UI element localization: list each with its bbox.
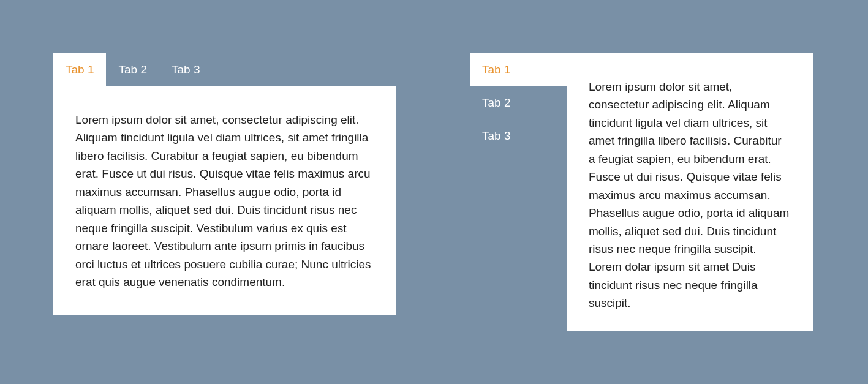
tab-1[interactable]: Tab 1 [53,53,106,86]
horizontal-tabs-widget: Tab 1 Tab 2 Tab 3 Lorem ipsum dolor sit … [53,53,396,331]
vertical-tab-panel: Lorem ipsum dolor sit amet, consectetur … [567,53,813,331]
horizontal-tab-panel: Lorem ipsum dolor sit amet, consectetur … [53,86,396,315]
vertical-tab-list: Tab 1 Tab 2 Tab 3 [470,53,567,331]
vertical-tabs-widget: Tab 1 Tab 2 Tab 3 Lorem ipsum dolor sit … [470,53,813,331]
tab-3[interactable]: Tab 3 [470,119,567,152]
tab-3[interactable]: Tab 3 [159,53,212,86]
tab-2[interactable]: Tab 2 [106,53,159,86]
tab-2[interactable]: Tab 2 [470,86,567,119]
horizontal-tab-list: Tab 1 Tab 2 Tab 3 [53,53,396,86]
tab-1[interactable]: Tab 1 [470,53,567,86]
